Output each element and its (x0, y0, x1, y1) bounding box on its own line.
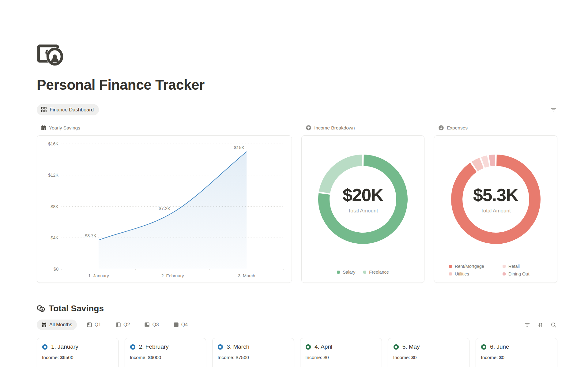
svg-text:$8K: $8K (51, 204, 58, 209)
legend-item: Freelance (363, 270, 389, 275)
tab-label: Finance Dashboard (50, 107, 94, 113)
filter-label: Q3 (152, 322, 159, 328)
sort-button[interactable] (536, 321, 544, 329)
month-title: 4. April (315, 343, 332, 350)
ring-icon (393, 344, 399, 350)
chart-title-label: Expenses (447, 125, 468, 131)
income-breakdown-donut (317, 153, 409, 245)
filter-button[interactable] (523, 321, 531, 329)
yearly-savings-area-chart: $16K$12K$8K$4K$01. January2. February3. … (37, 136, 292, 283)
legend-item: Salary (337, 270, 355, 275)
legend-label: Salary (343, 270, 355, 275)
filter-button[interactable] (549, 106, 557, 114)
legend-swatch (503, 265, 506, 268)
quarter-2-icon (116, 322, 121, 327)
money-bill-portrait-icon (37, 43, 66, 66)
legend-item: Dining Out (503, 272, 530, 276)
month-income: Income: $0 (305, 355, 377, 360)
month-cards-grid: 1. JanuaryIncome: $65002. FebruaryIncome… (37, 338, 557, 367)
charts-row: $16K$12K$8K$4K$01. January2. February3. … (37, 135, 557, 283)
quarter-3-icon (145, 322, 149, 327)
filter-label: All Months (49, 322, 72, 328)
donut-segment-dining-out (489, 160, 495, 161)
calendar-icon (41, 125, 46, 130)
month-card[interactable]: 1. JanuaryIncome: $6500 (37, 338, 119, 367)
svg-text:$4K: $4K (51, 235, 58, 240)
expenses-legend: Rent/MortgageUtilitiesRetailDining Out (449, 264, 529, 276)
month-card[interactable]: 5. MayIncome: $0 (388, 338, 470, 367)
circle-arrow-up-icon (306, 125, 311, 131)
month-title: 1. January (51, 343, 78, 350)
svg-text:3. March: 3. March (238, 273, 255, 278)
chart-title-label: Yearly Savings (49, 125, 80, 131)
legend-label: Rent/Mortgage (455, 264, 484, 269)
month-card-header: 2. February (130, 343, 201, 350)
page-icon-money[interactable] (37, 43, 66, 66)
month-card-header: 6. June (481, 343, 552, 350)
chart-titles-row: Yearly Savings Income Breakdown Expenses (37, 125, 557, 131)
legend-swatch (363, 271, 366, 274)
ring-icon (42, 344, 48, 350)
month-card[interactable]: 4. AprilIncome: $0 (300, 338, 382, 367)
legend-swatch (449, 272, 452, 275)
filter-q3[interactable]: Q3 (140, 320, 163, 330)
legend-swatch (503, 272, 506, 275)
month-income: Income: $0 (481, 355, 552, 360)
tab-finance-dashboard[interactable]: Finance Dashboard (37, 104, 99, 115)
month-income: Income: $6500 (42, 355, 113, 360)
page-title: Personal Finance Tracker (37, 77, 557, 93)
legend-label: Freelance (369, 270, 389, 275)
month-card-header: 1. January (42, 343, 113, 350)
dashboard-grid-icon (41, 107, 47, 112)
svg-text:2. February: 2. February (161, 273, 184, 278)
svg-text:$0: $0 (54, 267, 58, 272)
donut-segment-utilities (474, 163, 481, 167)
month-card-header: 4. April (305, 343, 377, 350)
income-breakdown-card: $20K Total Amount SalaryFreelance (301, 135, 424, 283)
legend-swatch (337, 271, 340, 274)
ring-icon (481, 344, 487, 350)
calendar-icon (41, 322, 47, 328)
page: Personal Finance Tracker Finance Dashboa… (0, 0, 588, 367)
donut-segment-freelance (324, 160, 362, 193)
month-income: Income: $7500 (217, 355, 289, 360)
chart-title-expenses: Expenses (434, 125, 557, 131)
filter-label: Q1 (95, 322, 101, 328)
yearly-savings-card: $16K$12K$8K$4K$01. January2. February3. … (37, 135, 292, 283)
svg-text:$7.2K: $7.2K (159, 206, 171, 211)
chart-title-label: Income Breakdown (314, 125, 355, 131)
search-icon (551, 322, 556, 328)
search-button[interactable] (549, 321, 557, 329)
month-card[interactable]: 3. MarchIncome: $7500 (212, 338, 294, 367)
month-income: Income: $0 (393, 355, 465, 360)
ring-icon (130, 344, 136, 350)
month-card[interactable]: 6. JuneIncome: $0 (476, 338, 557, 367)
month-card[interactable]: 2. FebruaryIncome: $6000 (125, 338, 206, 367)
legend-item: Utilities (449, 272, 484, 276)
month-title: 5. May (402, 343, 420, 350)
legend-item: Rent/Mortgage (449, 264, 484, 269)
filter-all-months[interactable]: All Months (37, 320, 77, 330)
legend-swatch (449, 265, 452, 268)
legend-label: Utilities (455, 272, 469, 276)
donut-segment-rent-mortgage (457, 160, 535, 238)
total-savings-heading: Total Savings (37, 304, 557, 313)
chart-title-income-breakdown: Income Breakdown (301, 125, 424, 131)
filter-icon (524, 322, 530, 328)
month-title: 3. March (227, 343, 249, 350)
filter-q1[interactable]: Q1 (82, 320, 106, 330)
filter-icon (551, 107, 556, 113)
month-card-header: 5. May (393, 343, 465, 350)
ring-icon (305, 344, 311, 350)
month-income: Income: $6000 (130, 355, 201, 360)
legend-item: Retail (503, 264, 530, 269)
quarter-1-icon (87, 322, 92, 327)
expenses-card: $5.3K Total Amount Rent/MortgageUtilitie… (434, 135, 557, 283)
view-tab-row: Finance Dashboard (37, 103, 557, 116)
filter-q2[interactable]: Q2 (111, 320, 134, 330)
legend-label: Dining Out (508, 272, 530, 276)
month-title: 2. February (139, 343, 169, 350)
ring-icon (217, 344, 223, 350)
filter-q4[interactable]: Q4 (169, 320, 192, 330)
svg-text:$16K: $16K (48, 141, 58, 146)
